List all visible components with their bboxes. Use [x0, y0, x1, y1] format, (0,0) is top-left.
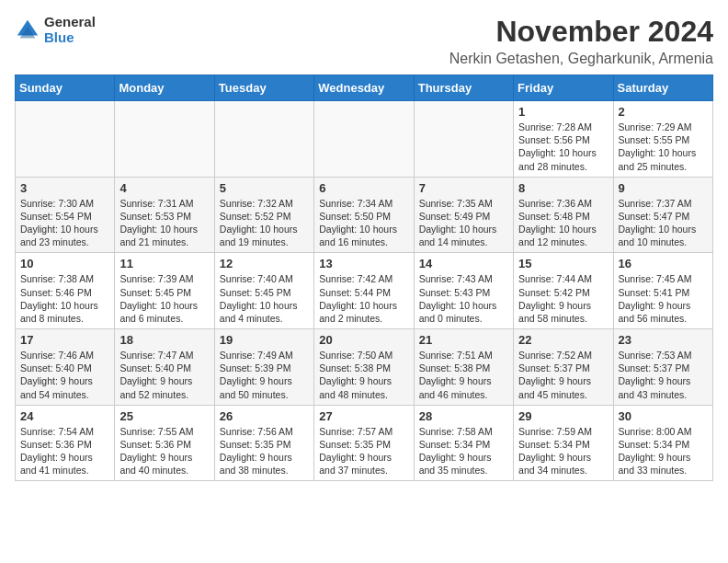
day-info: Sunrise: 7:46 AM Sunset: 5:40 PM Dayligh…	[20, 349, 109, 401]
calendar-cell: 27Sunrise: 7:57 AM Sunset: 5:35 PM Dayli…	[314, 405, 414, 481]
day-info: Sunrise: 7:30 AM Sunset: 5:54 PM Dayligh…	[20, 197, 109, 249]
calendar-cell: 10Sunrise: 7:38 AM Sunset: 5:46 PM Dayli…	[16, 253, 115, 329]
calendar-cell: 22Sunrise: 7:52 AM Sunset: 5:37 PM Dayli…	[514, 329, 613, 406]
logo-text: General Blue	[44, 15, 96, 45]
calendar-cell: 6Sunrise: 7:34 AM Sunset: 5:50 PM Daylig…	[314, 177, 414, 253]
day-info: Sunrise: 7:51 AM Sunset: 5:38 PM Dayligh…	[419, 349, 508, 401]
day-number: 22	[518, 333, 608, 347]
calendar-cell: 3Sunrise: 7:30 AM Sunset: 5:54 PM Daylig…	[16, 177, 115, 253]
logo-icon	[15, 17, 40, 43]
day-number: 1	[518, 105, 608, 119]
day-number: 6	[319, 181, 408, 195]
calendar-cell: 19Sunrise: 7:49 AM Sunset: 5:39 PM Dayli…	[214, 329, 313, 406]
day-number: 5	[220, 181, 309, 195]
calendar-cell: 11Sunrise: 7:39 AM Sunset: 5:45 PM Dayli…	[115, 253, 214, 329]
day-number: 24	[20, 409, 109, 423]
day-info: Sunrise: 7:50 AM Sunset: 5:38 PM Dayligh…	[319, 349, 408, 401]
calendar-cell: 13Sunrise: 7:42 AM Sunset: 5:44 PM Dayli…	[314, 253, 414, 329]
day-number: 12	[220, 257, 309, 270]
logo: General Blue	[15, 15, 96, 45]
day-info: Sunrise: 7:53 AM Sunset: 5:37 PM Dayligh…	[619, 349, 708, 401]
calendar-cell: 14Sunrise: 7:43 AM Sunset: 5:43 PM Dayli…	[414, 253, 513, 329]
day-number: 4	[119, 181, 209, 195]
calendar-cell: 8Sunrise: 7:36 AM Sunset: 5:48 PM Daylig…	[514, 177, 613, 253]
page-header: General Blue November 2024 Nerkin Getash…	[15, 15, 713, 67]
calendar-cell: 30Sunrise: 8:00 AM Sunset: 5:34 PM Dayli…	[613, 405, 712, 481]
calendar-cell: 21Sunrise: 7:51 AM Sunset: 5:38 PM Dayli…	[414, 329, 513, 406]
calendar-cell: 15Sunrise: 7:44 AM Sunset: 5:42 PM Dayli…	[514, 253, 613, 329]
day-number: 19	[220, 333, 309, 347]
calendar-cell: 28Sunrise: 7:58 AM Sunset: 5:34 PM Dayli…	[414, 405, 513, 481]
day-info: Sunrise: 7:58 AM Sunset: 5:34 PM Dayligh…	[419, 425, 508, 477]
calendar-week-row: 17Sunrise: 7:46 AM Sunset: 5:40 PM Dayli…	[16, 329, 713, 406]
day-number: 29	[518, 409, 608, 423]
calendar-week-row: 24Sunrise: 7:54 AM Sunset: 5:36 PM Dayli…	[16, 405, 713, 481]
calendar-week-row: 10Sunrise: 7:38 AM Sunset: 5:46 PM Dayli…	[16, 253, 713, 329]
weekday-header: Thursday	[414, 75, 513, 101]
day-number: 30	[619, 409, 708, 423]
day-info: Sunrise: 7:34 AM Sunset: 5:50 PM Dayligh…	[319, 197, 408, 249]
day-info: Sunrise: 7:35 AM Sunset: 5:49 PM Dayligh…	[419, 197, 508, 249]
day-info: Sunrise: 7:49 AM Sunset: 5:39 PM Dayligh…	[220, 349, 309, 401]
day-info: Sunrise: 7:31 AM Sunset: 5:53 PM Dayligh…	[119, 197, 209, 249]
day-number: 3	[20, 181, 109, 195]
location-title: Nerkin Getashen, Gegharkunik, Armenia	[449, 51, 713, 67]
day-info: Sunrise: 7:38 AM Sunset: 5:46 PM Dayligh…	[20, 272, 109, 325]
calendar-cell	[115, 101, 214, 178]
day-number: 2	[619, 105, 708, 119]
day-number: 14	[419, 257, 508, 270]
day-number: 27	[319, 409, 408, 423]
day-info: Sunrise: 7:55 AM Sunset: 5:36 PM Dayligh…	[119, 425, 209, 477]
day-info: Sunrise: 7:44 AM Sunset: 5:42 PM Dayligh…	[518, 272, 608, 325]
day-info: Sunrise: 7:45 AM Sunset: 5:41 PM Dayligh…	[619, 272, 708, 325]
weekday-header: Wednesday	[314, 75, 414, 101]
calendar-cell: 12Sunrise: 7:40 AM Sunset: 5:45 PM Dayli…	[214, 253, 313, 329]
day-info: Sunrise: 7:56 AM Sunset: 5:35 PM Dayligh…	[220, 425, 309, 477]
calendar-cell: 7Sunrise: 7:35 AM Sunset: 5:49 PM Daylig…	[414, 177, 513, 253]
day-info: Sunrise: 7:32 AM Sunset: 5:52 PM Dayligh…	[220, 197, 309, 249]
day-info: Sunrise: 7:54 AM Sunset: 5:36 PM Dayligh…	[20, 425, 109, 477]
calendar-cell: 4Sunrise: 7:31 AM Sunset: 5:53 PM Daylig…	[115, 177, 214, 253]
day-info: Sunrise: 7:43 AM Sunset: 5:43 PM Dayligh…	[419, 272, 508, 325]
day-number: 9	[619, 181, 708, 195]
day-number: 18	[119, 333, 209, 347]
day-number: 17	[20, 333, 109, 347]
day-info: Sunrise: 7:47 AM Sunset: 5:40 PM Dayligh…	[119, 349, 209, 401]
weekday-header: Monday	[115, 75, 214, 101]
title-section: November 2024 Nerkin Getashen, Gegharkun…	[449, 15, 713, 67]
calendar-cell: 16Sunrise: 7:45 AM Sunset: 5:41 PM Dayli…	[613, 253, 712, 329]
day-number: 26	[220, 409, 309, 423]
day-info: Sunrise: 7:40 AM Sunset: 5:45 PM Dayligh…	[220, 272, 309, 325]
calendar: SundayMondayTuesdayWednesdayThursdayFrid…	[15, 75, 713, 481]
calendar-cell	[314, 101, 414, 178]
calendar-week-row: 3Sunrise: 7:30 AM Sunset: 5:54 PM Daylig…	[16, 177, 713, 253]
day-info: Sunrise: 7:52 AM Sunset: 5:37 PM Dayligh…	[518, 349, 608, 401]
day-info: Sunrise: 7:39 AM Sunset: 5:45 PM Dayligh…	[119, 272, 209, 325]
calendar-cell: 24Sunrise: 7:54 AM Sunset: 5:36 PM Dayli…	[16, 405, 115, 481]
weekday-header: Tuesday	[214, 75, 313, 101]
day-info: Sunrise: 7:37 AM Sunset: 5:47 PM Dayligh…	[619, 197, 708, 249]
day-number: 21	[419, 333, 508, 347]
day-info: Sunrise: 7:57 AM Sunset: 5:35 PM Dayligh…	[319, 425, 408, 477]
calendar-cell: 17Sunrise: 7:46 AM Sunset: 5:40 PM Dayli…	[16, 329, 115, 406]
day-number: 25	[119, 409, 209, 423]
day-info: Sunrise: 7:59 AM Sunset: 5:34 PM Dayligh…	[518, 425, 608, 477]
calendar-cell	[16, 101, 115, 178]
day-info: Sunrise: 7:28 AM Sunset: 5:56 PM Dayligh…	[518, 121, 608, 173]
day-number: 23	[619, 333, 708, 347]
calendar-week-row: 1Sunrise: 7:28 AM Sunset: 5:56 PM Daylig…	[16, 101, 713, 178]
day-number: 10	[20, 257, 109, 270]
day-number: 7	[419, 181, 508, 195]
day-number: 20	[319, 333, 408, 347]
calendar-cell	[414, 101, 513, 178]
calendar-cell: 1Sunrise: 7:28 AM Sunset: 5:56 PM Daylig…	[514, 101, 613, 178]
logo-blue: Blue	[44, 30, 96, 46]
day-info: Sunrise: 8:00 AM Sunset: 5:34 PM Dayligh…	[619, 425, 708, 477]
day-number: 15	[518, 257, 608, 270]
calendar-cell: 29Sunrise: 7:59 AM Sunset: 5:34 PM Dayli…	[514, 405, 613, 481]
calendar-header-row: SundayMondayTuesdayWednesdayThursdayFrid…	[16, 75, 713, 101]
day-number: 13	[319, 257, 408, 270]
calendar-cell: 25Sunrise: 7:55 AM Sunset: 5:36 PM Dayli…	[115, 405, 214, 481]
calendar-cell: 20Sunrise: 7:50 AM Sunset: 5:38 PM Dayli…	[314, 329, 414, 406]
calendar-cell: 5Sunrise: 7:32 AM Sunset: 5:52 PM Daylig…	[214, 177, 313, 253]
